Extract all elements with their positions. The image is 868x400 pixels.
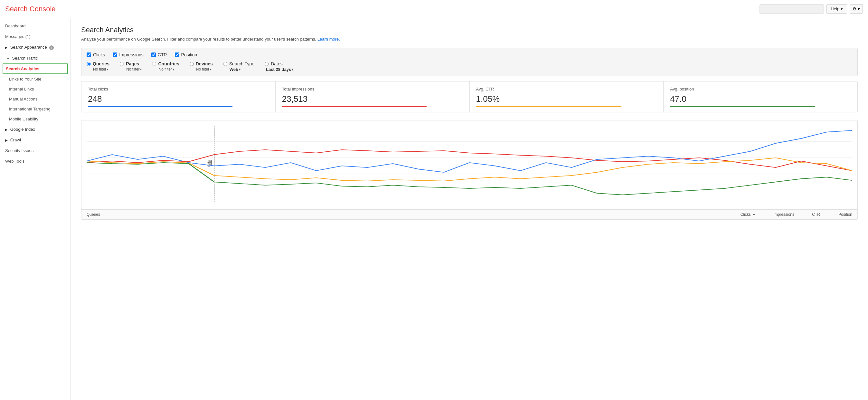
- sidebar: Dashboard Messages (1) ▶ Search Appearan…: [0, 18, 71, 400]
- chevron-down-icon: ▾: [140, 68, 142, 71]
- learn-more-link[interactable]: Learn more.: [317, 37, 340, 41]
- search-type-radio-input[interactable]: [223, 62, 227, 66]
- col-header-impressions: Impressions: [756, 212, 794, 217]
- chart-container: Note: [82, 126, 857, 209]
- chevron-down-icon: ▾: [239, 68, 241, 71]
- stat-value-position: 47.0: [670, 94, 851, 104]
- radio-row: Queries No filter ▾ Pages No filter: [87, 61, 852, 72]
- chevron-right-icon: ▶: [5, 128, 8, 131]
- search-type-dropdown[interactable]: Web ▾: [229, 67, 254, 72]
- checkbox-row: Clicks Impressions CTR Position: [87, 52, 852, 57]
- header-actions: Help ▾ ⚙ ▾: [760, 4, 863, 14]
- line-chart: Note: [87, 126, 852, 209]
- sidebar-item-search-traffic[interactable]: ▼ Search Traffic: [0, 53, 70, 63]
- chevron-down-icon: ▾: [210, 68, 212, 71]
- sidebar-item-crawl[interactable]: ▶ Crawl: [0, 134, 70, 145]
- info-icon: i: [49, 45, 54, 50]
- stat-value-clicks: 248: [88, 94, 269, 104]
- settings-button[interactable]: ⚙ ▾: [850, 4, 863, 13]
- countries-filter-dropdown[interactable]: No filter ▾: [158, 67, 174, 71]
- dates-section: Dates Last 28 days ▾: [265, 61, 293, 72]
- stat-total-clicks: Total clicks 248: [82, 82, 276, 112]
- sidebar-item-dashboard[interactable]: Dashboard: [0, 21, 70, 31]
- sidebar-item-security-issues[interactable]: Security Issues: [0, 145, 70, 156]
- svg-text:Note: Note: [206, 160, 214, 167]
- radio-countries[interactable]: Countries No filter ▾: [152, 61, 179, 71]
- devices-filter-dropdown[interactable]: No filter ▾: [196, 67, 212, 71]
- stat-value-impressions: 23,513: [282, 94, 463, 104]
- radio-queries[interactable]: Queries No filter ▾: [87, 61, 110, 71]
- stat-label-position: Avg. position: [670, 87, 851, 91]
- pages-filter-dropdown[interactable]: No filter ▾: [126, 67, 142, 71]
- position-checkbox[interactable]: Position: [175, 52, 197, 57]
- stat-label-clicks: Total clicks: [88, 87, 269, 91]
- stat-bar-clicks: [88, 106, 232, 107]
- devices-radio-input[interactable]: [190, 62, 194, 66]
- help-button[interactable]: Help ▾: [827, 4, 847, 13]
- sidebar-item-manual-actions[interactable]: Manual Actions: [0, 94, 70, 104]
- stats-row: Total clicks 248 Total impressions 23,51…: [81, 81, 858, 113]
- sidebar-item-mobile-usability[interactable]: Mobile Usability: [0, 114, 70, 124]
- sidebar-item-search-analytics[interactable]: Search Analytics: [3, 63, 68, 74]
- table-header: Queries Clicks ▼ Impressions CTR Positio…: [82, 209, 857, 219]
- sidebar-item-web-tools[interactable]: Web Tools: [0, 156, 70, 166]
- page-title: Search Analytics: [81, 26, 858, 34]
- dates-dropdown[interactable]: Last 28 days ▾: [266, 67, 293, 72]
- header: Search Console Help ▾ ⚙ ▾: [0, 0, 868, 18]
- position-checkbox-input[interactable]: [175, 53, 179, 57]
- col-header-ctr: CTR: [794, 212, 820, 217]
- stat-avg-position: Avg. position 47.0: [663, 82, 857, 112]
- chart-area: Note Queries Clicks ▼ I: [81, 120, 858, 220]
- search-type-section: Search Type Web ▾: [223, 61, 254, 72]
- sidebar-item-google-index[interactable]: ▶ Google Index: [0, 124, 70, 134]
- stat-avg-ctr: Avg. CTR 1.05%: [470, 82, 664, 112]
- col-header-clicks[interactable]: Clicks ▼: [717, 212, 756, 217]
- queries-radio-input[interactable]: [87, 62, 91, 66]
- clicks-checkbox[interactable]: Clicks: [87, 52, 105, 57]
- pages-radio-input[interactable]: [120, 62, 124, 66]
- stat-bar-ctr: [476, 106, 621, 107]
- stat-value-ctr: 1.05%: [476, 94, 657, 104]
- dates-radio-input[interactable]: [265, 62, 269, 66]
- sort-down-icon: ▼: [752, 213, 756, 216]
- chevron-down-icon: ▾: [292, 68, 293, 71]
- stat-label-impressions: Total impressions: [282, 87, 463, 91]
- countries-radio-input[interactable]: [152, 62, 156, 66]
- chevron-down-icon: ▾: [173, 68, 174, 71]
- impressions-checkbox-input[interactable]: [113, 53, 117, 57]
- clicks-checkbox-input[interactable]: [87, 53, 91, 57]
- radio-pages[interactable]: Pages No filter ▾: [120, 61, 142, 71]
- stat-bar-position: [670, 106, 814, 107]
- main-layout: Dashboard Messages (1) ▶ Search Appearan…: [0, 18, 868, 400]
- chevron-down-icon: ▾: [107, 68, 108, 71]
- sidebar-item-search-appearance[interactable]: ▶ Search Appearance i: [0, 42, 70, 53]
- sidebar-item-internal-links[interactable]: Internal Links: [0, 84, 70, 94]
- impressions-checkbox[interactable]: Impressions: [113, 52, 143, 57]
- stat-bar-impressions: [282, 106, 427, 107]
- app-logo: Search Console: [5, 5, 56, 13]
- chevron-right-icon: ▶: [5, 139, 8, 142]
- stat-label-ctr: Avg. CTR: [476, 87, 657, 91]
- stat-total-impressions: Total impressions 23,513: [276, 82, 470, 112]
- ctr-checkbox[interactable]: CTR: [151, 52, 167, 57]
- site-selector[interactable]: [760, 4, 824, 14]
- chevron-right-icon: ▶: [5, 46, 8, 49]
- queries-filter-dropdown[interactable]: No filter ▾: [93, 67, 108, 71]
- col-header-queries: Queries: [87, 212, 717, 217]
- sidebar-item-messages[interactable]: Messages (1): [0, 31, 70, 42]
- sidebar-item-links-to-site[interactable]: Links to Your Site: [0, 74, 70, 84]
- chevron-down-icon: ▼: [6, 57, 10, 60]
- main-content: Search Analytics Analyze your performanc…: [71, 18, 868, 400]
- ctr-checkbox-input[interactable]: [151, 53, 156, 57]
- filter-bar: Clicks Impressions CTR Position: [81, 48, 858, 76]
- radio-devices[interactable]: Devices No filter ▾: [190, 61, 213, 71]
- col-header-position: Position: [820, 212, 852, 217]
- sidebar-item-international-targeting[interactable]: International Targeting: [0, 104, 70, 114]
- page-description: Analyze your performance on Google Searc…: [81, 37, 858, 41]
